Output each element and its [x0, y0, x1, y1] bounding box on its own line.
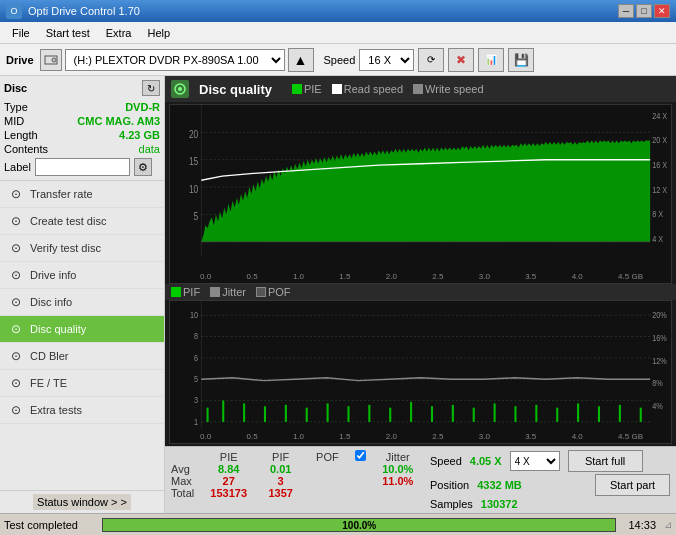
svg-text:20%: 20% [652, 309, 667, 320]
nav-fe-te-label: FE / TE [30, 377, 67, 389]
disc-type-label: Type [4, 101, 28, 113]
start-full-button[interactable]: Start full [568, 450, 643, 472]
svg-text:10: 10 [189, 182, 199, 194]
svg-rect-60 [598, 406, 600, 422]
pof-legend-color [256, 287, 266, 297]
chart-top: 20 15 10 5 24 X 20 X 16 X 12 X 8 X 4 X [169, 104, 672, 284]
menu-file[interactable]: File [4, 25, 38, 41]
svg-rect-49 [368, 405, 370, 422]
chart-top-x-axis: 0.0 0.5 1.0 1.5 2.0 2.5 3.0 3.5 4.0 4.5 … [200, 272, 643, 281]
drive-icon [40, 49, 62, 71]
position-row: Position 4332 MB Start part [430, 474, 670, 496]
nav-fe-te[interactable]: ⊙ FE / TE [0, 370, 164, 397]
clear-button[interactable]: ✖ [448, 48, 474, 72]
speed-select-stats[interactable]: 4 X [510, 451, 560, 471]
disc-length-value: 4.23 GB [119, 129, 160, 141]
svg-rect-47 [327, 403, 329, 421]
svg-text:5: 5 [194, 373, 198, 384]
svg-rect-56 [514, 406, 516, 422]
panel-icon [171, 80, 189, 98]
samples-row: Samples 130372 [430, 498, 670, 510]
legend2-pif: PIF [171, 286, 200, 298]
nav-create-test-disc[interactable]: ⊙ Create test disc [0, 208, 164, 235]
nav-transfer-rate[interactable]: ⊙ Transfer rate [0, 181, 164, 208]
fe-te-icon: ⊙ [8, 375, 24, 391]
stats-total-pif: 1357 [257, 487, 304, 499]
minimize-button[interactable]: ─ [618, 4, 634, 18]
stats-table: PIE PIF POF Jitter Avg 8.84 0.0 [171, 450, 426, 499]
stats-avg-pof [304, 463, 351, 475]
svg-text:4 X: 4 X [652, 233, 663, 244]
stats-row-avg: Avg 8.84 0.01 10.0% [171, 463, 426, 475]
export-button[interactable]: 📊 [478, 48, 504, 72]
svg-rect-43 [243, 403, 245, 421]
sidebar: Disc ↻ Type DVD-R MID CMC MAG. AM3 Lengt… [0, 76, 165, 513]
disc-refresh-button[interactable]: ↻ [142, 80, 160, 96]
speed-label-stats: Speed [430, 455, 462, 467]
app-icon: O [6, 3, 22, 19]
disc-type-value: DVD-R [125, 101, 160, 113]
drive-select[interactable]: (H:) PLEXTOR DVDR PX-890SA 1.00 [65, 49, 285, 71]
disc-label-input[interactable] [35, 158, 130, 176]
jitter-checkbox[interactable] [355, 450, 366, 461]
title-bar: O Opti Drive Control 1.70 ─ □ ✕ [0, 0, 676, 22]
extra-tests-icon: ⊙ [8, 402, 24, 418]
legend2-jitter: Jitter [210, 286, 246, 298]
save-button[interactable]: 💾 [508, 48, 534, 72]
svg-text:20: 20 [189, 128, 199, 140]
read-speed-legend-color [332, 84, 342, 94]
speed-select[interactable]: 16 X [359, 49, 414, 71]
nav-create-test-disc-label: Create test disc [30, 215, 106, 227]
title-bar-title: Opti Drive Control 1.70 [28, 5, 140, 17]
nav-verify-test-disc[interactable]: ⊙ Verify test disc [0, 235, 164, 262]
panel-title: Disc quality [199, 82, 272, 97]
start-part-button[interactable]: Start part [595, 474, 670, 496]
jitter-legend-label: Jitter [222, 286, 246, 298]
col-header-pif: PIF [257, 450, 304, 463]
label-settings-button[interactable]: ⚙ [134, 158, 152, 176]
disc-mid-value: CMC MAG. AM3 [77, 115, 160, 127]
menu-extra[interactable]: Extra [98, 25, 140, 41]
stats-max-pof [304, 475, 351, 487]
pif-legend-color [171, 287, 181, 297]
stats-max-pif: 3 [257, 475, 304, 487]
drive-eject-button[interactable]: ▲ [288, 48, 314, 72]
svg-text:1: 1 [194, 415, 198, 426]
nav-cd-bler-label: CD Bler [30, 350, 69, 362]
pif-legend-label: PIF [183, 286, 200, 298]
stats-avg-pie: 8.84 [200, 463, 257, 475]
svg-text:10: 10 [190, 309, 198, 320]
stats-max-pie: 27 [200, 475, 257, 487]
progress-pct: 100.0% [342, 519, 376, 530]
status-window-button[interactable]: Status window > > [33, 494, 131, 510]
disc-mid-label: MID [4, 115, 24, 127]
nav-cd-bler[interactable]: ⊙ CD Bler [0, 343, 164, 370]
drive-label: Drive [6, 54, 34, 66]
svg-point-2 [53, 59, 54, 60]
maximize-button[interactable]: □ [636, 4, 652, 18]
auto-speed-button[interactable]: ⟳ [418, 48, 444, 72]
svg-rect-50 [389, 407, 391, 421]
nav-disc-info[interactable]: ⊙ Disc info [0, 289, 164, 316]
nav-drive-info[interactable]: ⊙ Drive info [0, 262, 164, 289]
stats-row-max: Max 27 3 11.0% [171, 475, 426, 487]
col-header-jitter: Jitter [370, 450, 426, 463]
col-header-pie: PIE [200, 450, 257, 463]
create-test-disc-icon: ⊙ [8, 213, 24, 229]
disc-quality-icon: ⊙ [8, 321, 24, 337]
svg-rect-62 [640, 407, 642, 421]
speed-row: Speed 4.05 X 4 X Start full [430, 450, 670, 472]
menu-start-test[interactable]: Start test [38, 25, 98, 41]
close-button[interactable]: ✕ [654, 4, 670, 18]
menu-help[interactable]: Help [139, 25, 178, 41]
nav-extra-tests[interactable]: ⊙ Extra tests [0, 397, 164, 424]
disc-section-title: Disc [4, 82, 27, 94]
legend-pie: PIE [292, 83, 322, 95]
write-speed-legend-label: Write speed [425, 83, 484, 95]
nav-spacer [0, 424, 164, 490]
nav-disc-quality[interactable]: ⊙ Disc quality [0, 316, 164, 343]
main-content: Disc ↻ Type DVD-R MID CMC MAG. AM3 Lengt… [0, 76, 676, 513]
stats-avg-jitter: 10.0% [370, 463, 426, 475]
svg-rect-54 [473, 407, 475, 421]
write-speed-legend-color [413, 84, 423, 94]
